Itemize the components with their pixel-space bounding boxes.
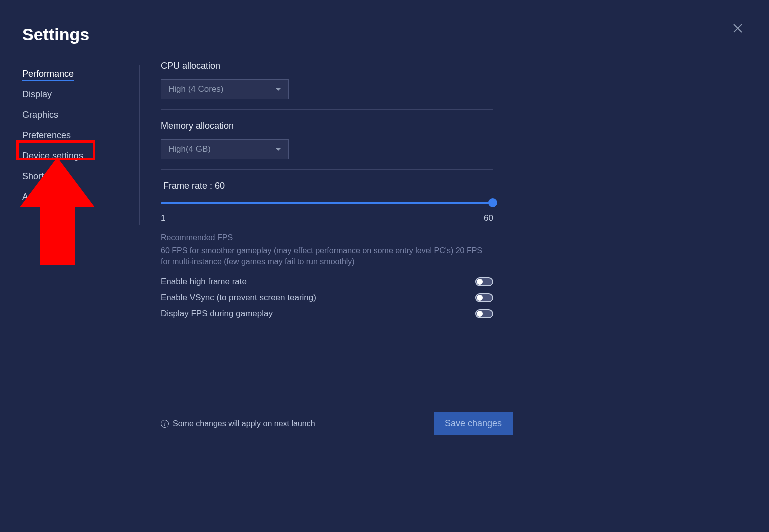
sidebar-item-device-settings[interactable]: Device settings	[22, 147, 140, 165]
main-content: CPU allocation High (4 Cores) Memory all…	[161, 61, 494, 325]
slider-thumb[interactable]	[488, 198, 498, 207]
slider-max: 60	[484, 213, 494, 223]
toggle-vsync-row: Enable VSync (to prevent screen tearing)	[161, 293, 494, 303]
toggle-knob	[477, 279, 483, 285]
memory-allocation-value: High(4 GB)	[168, 144, 211, 154]
toggle-label: Display FPS during gameplay	[161, 309, 273, 319]
toggle-display-fps[interactable]	[476, 309, 494, 318]
footer-notice: i Some changes will apply on next launch	[161, 419, 316, 428]
sidebar-item-label: Performance	[22, 69, 74, 81]
sidebar-item-graphics[interactable]: Graphics	[22, 106, 140, 124]
chevron-down-icon	[276, 148, 282, 151]
sidebar-item-preferences[interactable]: Preferences	[22, 126, 140, 145]
cpu-allocation-value: High (4 Cores)	[168, 84, 224, 94]
chevron-down-icon	[276, 88, 282, 91]
slider-min: 1	[161, 213, 166, 223]
divider	[161, 169, 494, 170]
toggle-label: Enable VSync (to prevent screen tearing)	[161, 293, 316, 303]
recommended-fps-heading: Recommended FPS	[161, 233, 494, 242]
frame-rate-label: Frame rate : 60	[161, 181, 494, 191]
sidebar-item-performance[interactable]: Performance	[22, 65, 140, 83]
cpu-allocation-dropdown[interactable]: High (4 Cores)	[161, 79, 289, 99]
sidebar: Performance Display Graphics Preferences…	[22, 65, 140, 225]
memory-allocation-dropdown[interactable]: High(4 GB)	[161, 139, 289, 159]
sidebar-item-label: Device settings	[22, 151, 84, 161]
save-changes-button[interactable]: Save changes	[434, 412, 513, 435]
toggle-label: Enable high frame rate	[161, 277, 247, 287]
sidebar-item-label: Advanced	[22, 192, 62, 202]
recommended-fps-description: 60 FPS for smoother gameplay (may effect…	[161, 245, 494, 268]
close-icon[interactable]	[732, 22, 744, 34]
footer: i Some changes will apply on next launch…	[161, 412, 513, 435]
info-icon: i	[161, 420, 169, 428]
frame-rate-slider[interactable]	[161, 197, 494, 209]
toggle-display-fps-row: Display FPS during gameplay	[161, 309, 494, 319]
sidebar-item-display[interactable]: Display	[22, 85, 140, 104]
slider-range-labels: 1 60	[161, 213, 494, 223]
toggle-vsync[interactable]	[476, 293, 494, 302]
footer-notice-text: Some changes will apply on next launch	[173, 419, 316, 428]
page-title: Settings	[22, 25, 90, 44]
sidebar-item-label: Preferences	[22, 130, 71, 140]
sidebar-item-label: Shortcuts	[22, 171, 60, 181]
sidebar-item-shortcuts[interactable]: Shortcuts	[22, 167, 140, 186]
memory-allocation-label: Memory allocation	[161, 121, 494, 131]
slider-track	[161, 202, 494, 204]
toggle-knob	[477, 311, 483, 317]
toggle-high-frame-rate-row: Enable high frame rate	[161, 277, 494, 287]
toggle-high-frame-rate[interactable]	[476, 277, 494, 286]
sidebar-item-advanced[interactable]: Advanced	[22, 188, 140, 206]
cpu-allocation-label: CPU allocation	[161, 61, 494, 71]
toggle-knob	[477, 295, 483, 301]
sidebar-item-label: Graphics	[22, 110, 58, 120]
divider	[161, 109, 494, 110]
sidebar-item-label: Display	[22, 89, 52, 99]
